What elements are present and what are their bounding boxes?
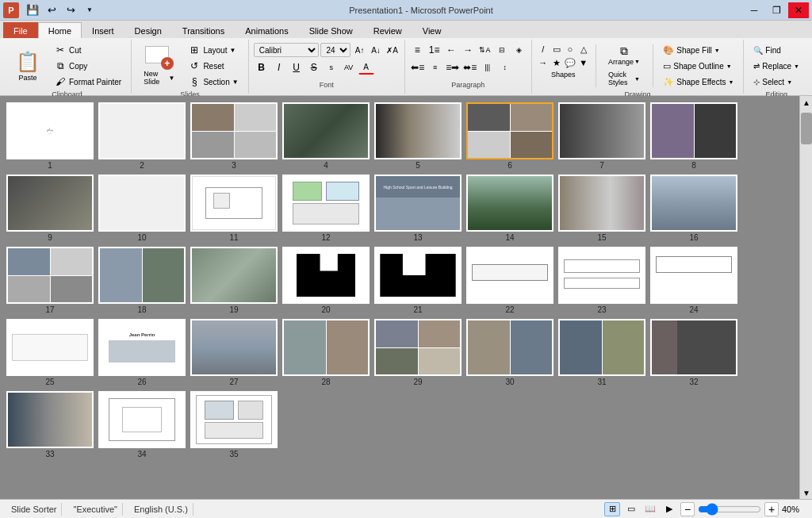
- line-spacing-button[interactable]: ↕: [497, 60, 513, 75]
- slide-thumbnail[interactable]: [6, 391, 94, 448]
- shape-line[interactable]: /: [537, 43, 550, 56]
- slide-thumbnail[interactable]: High School Sport and Leisure Building: [374, 175, 462, 232]
- bullets-button[interactable]: ≡: [410, 43, 425, 57]
- numbering-button[interactable]: 1≡: [427, 43, 442, 57]
- slide-item[interactable]: 19: [190, 247, 278, 314]
- slide-thumbnail[interactable]: [650, 247, 737, 304]
- undo-button[interactable]: ↩: [43, 2, 60, 18]
- slide-item[interactable]: 8: [650, 102, 737, 170]
- slide-thumbnail[interactable]: [190, 175, 278, 232]
- slide-thumbnail[interactable]: [558, 319, 645, 376]
- align-left-button[interactable]: ⬅≡: [410, 60, 426, 75]
- slide-item[interactable]: 33: [6, 391, 94, 459]
- shape-rect[interactable]: ▭: [550, 43, 563, 56]
- slide-thumbnail[interactable]: [558, 247, 645, 304]
- slide-item[interactable]: 29: [374, 319, 462, 386]
- slide-item[interactable]: 20: [282, 247, 370, 314]
- clear-formatting-button[interactable]: ✗A: [385, 43, 399, 57]
- shape-arrow[interactable]: →: [537, 56, 550, 69]
- paste-button[interactable]: 📋 Paste: [8, 43, 48, 89]
- quick-styles-button[interactable]: Quick Styles ▼: [601, 68, 647, 89]
- slide-item[interactable]: 35: [190, 391, 278, 459]
- close-button[interactable]: ✕: [788, 2, 809, 18]
- section-button[interactable]: § Section ▼: [183, 75, 243, 89]
- tab-file[interactable]: File: [3, 22, 38, 38]
- slide-thumbnail[interactable]: [650, 175, 737, 232]
- smartart-button[interactable]: ◈: [511, 43, 526, 57]
- slide-item[interactable]: 14: [466, 175, 553, 242]
- slide-item[interactable]: 4: [282, 102, 370, 170]
- char-spacing-button[interactable]: AV: [341, 60, 357, 75]
- justify-button[interactable]: ⬌≡: [462, 60, 478, 75]
- slide-thumbnail[interactable]: Jean Perrin: [98, 319, 186, 376]
- slide-item[interactable]: 10: [98, 175, 186, 242]
- slide-item[interactable]: 9: [6, 175, 94, 242]
- tab-home[interactable]: Home: [38, 22, 82, 38]
- decrease-font-size-button[interactable]: A↓: [369, 43, 383, 57]
- slide-thumbnail[interactable]: [98, 175, 186, 232]
- slide-item[interactable]: 5: [374, 102, 462, 170]
- shape-more[interactable]: ▼: [577, 56, 590, 69]
- cut-button[interactable]: ✂ Cut: [49, 43, 126, 57]
- zoom-out-button[interactable]: −: [680, 502, 695, 516]
- italic-button[interactable]: I: [271, 60, 287, 75]
- align-right-button[interactable]: ≡➡: [445, 60, 461, 75]
- slide-item[interactable]: 2: [98, 102, 186, 170]
- slide-item[interactable]: 17: [6, 247, 94, 314]
- slide-item[interactable]: 11: [190, 175, 278, 242]
- slide-item[interactable]: 15: [558, 175, 645, 242]
- text-direction-button[interactable]: ⇅A: [477, 43, 492, 57]
- slide-thumbnail[interactable]: [374, 102, 462, 159]
- align-text-button[interactable]: ⊟: [494, 43, 509, 57]
- slide-thumbnail[interactable]: [466, 102, 553, 159]
- reading-view-button[interactable]: 📖: [642, 502, 658, 516]
- slide-item[interactable]: Jean Perrin26: [98, 319, 186, 386]
- slide-thumbnail[interactable]: [190, 102, 278, 159]
- slide-thumbnail[interactable]: [98, 247, 186, 304]
- scroll-thumb[interactable]: [801, 113, 812, 144]
- font-family-select[interactable]: Calibri: [254, 43, 320, 57]
- columns-button[interactable]: |||: [480, 60, 496, 75]
- slide-thumbnail[interactable]: [466, 247, 553, 304]
- slide-thumbnail[interactable]: [282, 102, 370, 159]
- tab-animations[interactable]: Animations: [235, 22, 298, 38]
- slide-item[interactable]: 34: [98, 391, 186, 459]
- slide-item[interactable]: 7: [558, 102, 645, 170]
- increase-indent-button[interactable]: →: [461, 43, 476, 57]
- slide-item[interactable]: 12: [282, 175, 370, 242]
- scroll-up-button[interactable]: ▲: [800, 96, 812, 109]
- slide-item[interactable]: 3: [190, 102, 278, 170]
- slide-thumbnail[interactable]: [6, 175, 94, 232]
- format-painter-button[interactable]: 🖌 Format Painter: [49, 75, 126, 89]
- layout-button[interactable]: ⊞ Layout ▼: [183, 43, 243, 57]
- strikethrough-button[interactable]: S: [306, 60, 322, 75]
- slide-thumbnail[interactable]: [282, 175, 370, 232]
- tab-slide-show[interactable]: Slide Show: [299, 22, 363, 38]
- decrease-indent-button[interactable]: ←: [443, 43, 458, 57]
- slide-thumbnail[interactable]: [6, 319, 94, 376]
- slide-thumbnail[interactable]: [190, 319, 278, 376]
- shape-fill-button[interactable]: 🎨 Shape Fill ▼: [658, 43, 738, 57]
- tab-review[interactable]: Review: [363, 22, 412, 38]
- tab-view[interactable]: View: [412, 22, 452, 38]
- slide-item[interactable]: 6: [466, 102, 553, 170]
- new-slide-button[interactable]: + New Slide ▼: [136, 43, 182, 89]
- slide-item[interactable]: 23: [558, 247, 645, 314]
- slide-item[interactable]: 18: [98, 247, 186, 314]
- slide-item[interactable]: 24: [650, 247, 737, 314]
- slideshow-view-button[interactable]: ▶: [661, 502, 677, 516]
- increase-font-size-button[interactable]: A↑: [352, 43, 366, 57]
- customize-qa-button[interactable]: ▼: [81, 2, 98, 18]
- new-slide-dropdown-arrow[interactable]: ▼: [168, 75, 174, 82]
- slide-thumbnail[interactable]: [190, 247, 278, 304]
- copy-button[interactable]: ⧉ Copy: [49, 59, 126, 73]
- align-center-button[interactable]: ≡: [427, 60, 443, 75]
- slide-item[interactable]: 27: [190, 319, 278, 386]
- font-color-button[interactable]: A: [358, 60, 374, 75]
- normal-view-button[interactable]: ▭: [623, 502, 639, 516]
- slide-item[interactable]: 16: [650, 175, 737, 242]
- zoom-in-button[interactable]: +: [764, 502, 779, 516]
- font-size-select[interactable]: 24: [320, 43, 350, 57]
- slide-thumbnail[interactable]: [466, 319, 553, 376]
- slide-thumbnail[interactable]: [6, 247, 94, 304]
